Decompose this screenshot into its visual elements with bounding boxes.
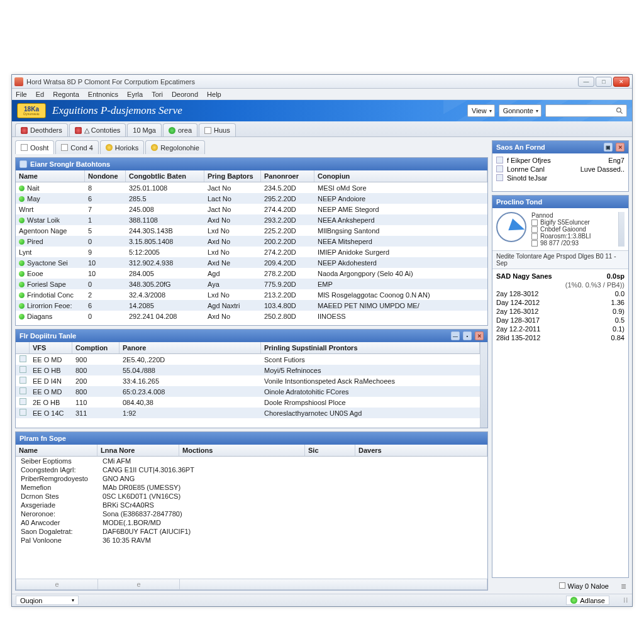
stats-row: 28id 135-20120.84 xyxy=(492,333,628,342)
col-header[interactable]: VFS xyxy=(30,342,72,353)
page-icon xyxy=(61,144,68,151)
panel-title: Saos An Fornd xyxy=(496,143,545,151)
col-header[interactable]: Prinling Supstiniall Prontors xyxy=(261,342,480,353)
table-row[interactable]: Nait8325.01.1008Jact No234.5.20DMESI oMd… xyxy=(16,182,487,193)
sub-tab[interactable]: Regolonohie xyxy=(145,140,205,154)
info-body[interactable]: Seiber EoptiomsCMi AFMCoongstedn lAgrl:C… xyxy=(16,457,487,579)
sub-tab[interactable]: Oosht xyxy=(15,140,54,154)
info-row: PriberRemgrodoyestoGNO ANG xyxy=(16,474,487,483)
checkbox[interactable] xyxy=(531,233,538,240)
gonnonte-dropdown[interactable]: Gonnonte▾ xyxy=(499,104,541,117)
col-header[interactable]: Name xyxy=(16,445,97,456)
main-tab[interactable]: Huus xyxy=(199,123,236,136)
menu-item[interactable]: Deorond xyxy=(172,91,198,98)
sub-tab[interactable]: Horioks xyxy=(100,140,144,154)
menu-item[interactable]: Eyrla xyxy=(127,91,143,98)
col-header[interactable]: Moctions xyxy=(179,445,305,456)
checkbox[interactable] xyxy=(531,219,538,226)
scrollbar[interactable] xyxy=(618,212,625,247)
table-row[interactable]: EE O 14C3111:92Choreslacthyarnotec UN0S … xyxy=(16,408,480,418)
info-row: Seiber EoptiomsCMi AFM xyxy=(16,457,487,465)
main-tab[interactable]: △ Contoties xyxy=(69,123,126,136)
table-row[interactable]: EE O MD80065:0.23.4.008Oinole Adratotohi… xyxy=(16,386,480,397)
col-header[interactable]: Nondone xyxy=(85,170,126,182)
status-right: Adlanse xyxy=(566,596,609,605)
maximize-button[interactable]: □ xyxy=(596,77,612,87)
minimize-button[interactable]: — xyxy=(578,77,594,87)
table-row[interactable]: May6285.5Lact No295.2.20DNEEP Andoiore xyxy=(16,193,487,204)
table-row[interactable]: Syactone Sei10312.902.4.938Axd Ne209.4.2… xyxy=(16,257,487,268)
page-icon xyxy=(21,144,28,151)
status-icon xyxy=(570,597,577,604)
stats-row: 2ay 128-30120.0 xyxy=(492,289,628,298)
menu-item[interactable]: File xyxy=(16,91,27,98)
col-header[interactable]: Comption xyxy=(72,342,119,353)
chevron-down-icon: ▾ xyxy=(536,108,538,114)
main-tab[interactable]: 10 Mga xyxy=(127,123,162,136)
table-row[interactable]: EE O HB80055.04./888Moyi/5 Refninoces xyxy=(16,365,480,375)
col-header[interactable]: Lnna Nore xyxy=(97,445,179,456)
col-header[interactable]: Conopiun xyxy=(314,170,487,182)
menu-item[interactable]: Entnonics xyxy=(88,91,118,98)
table-row[interactable]: Diagans0292.241 04.208Axd No250.2.80DIIN… xyxy=(16,311,487,321)
table-row[interactable]: Eooe10284.005Agd278.2.20DNaoda Argongpor… xyxy=(16,268,487,279)
col-header[interactable]: Congobtlic Baten xyxy=(126,170,204,182)
col-header[interactable]: Name xyxy=(16,170,85,182)
panel-minimize-button[interactable]: — xyxy=(451,331,460,340)
red-icon xyxy=(21,127,28,134)
row-icon xyxy=(19,387,26,394)
grid-body[interactable]: Nait8325.01.1008Jact No234.5.20DMESI oMd… xyxy=(16,182,487,325)
table-row[interactable]: Frindotial Conc232.4.3/2008Lxd No213.2.2… xyxy=(16,289,487,300)
table-row[interactable]: Foriesl Sape0348.305.20fGAya775.9.20DEMP xyxy=(16,279,487,289)
main-tab[interactable]: orea xyxy=(163,123,197,136)
panel-close-button[interactable]: ✕ xyxy=(475,331,484,340)
close-button[interactable]: ✕ xyxy=(613,77,630,87)
search-input[interactable] xyxy=(545,104,627,117)
menu-item[interactable]: Ed xyxy=(36,91,44,98)
status-left: Ouqion▾ xyxy=(16,596,79,605)
yellow-icon xyxy=(151,144,158,151)
menu-item[interactable]: Regonta xyxy=(53,91,79,98)
menu-item[interactable]: Help xyxy=(207,91,221,98)
table-row[interactable]: Wstar Loik1388.1108Axd No293.2.20DNEEA A… xyxy=(16,214,487,225)
titlebar: Hord Wratsa 8D P Clomont For Corrputiom … xyxy=(12,75,632,89)
app-icon xyxy=(14,77,23,86)
menu-item[interactable]: Tori xyxy=(152,91,163,98)
checkbox[interactable] xyxy=(531,240,538,247)
col-header[interactable]: Davers xyxy=(355,445,487,456)
sub-tab[interactable]: Cond 4 xyxy=(55,140,98,154)
row-icon xyxy=(19,409,26,416)
panel-close-button[interactable]: ✕ xyxy=(616,143,625,152)
col-header[interactable]: Pring Baptors xyxy=(204,170,261,182)
yellow-icon xyxy=(106,144,113,151)
table-row[interactable]: Wnrt7245.008Jact No274.4.20DNEEP AME Ste… xyxy=(16,204,487,214)
scrollbar[interactable] xyxy=(480,342,487,428)
panel-settings-button[interactable]: • xyxy=(463,331,472,340)
info-row: Neroronoe:Sona (E386837-2847780) xyxy=(16,509,487,518)
grid-body[interactable]: EE O MD9002E5.40,.220DScont FutiorsEE O … xyxy=(16,354,480,428)
table-row[interactable]: Agentoon Nage5244.30S.143BLxd No225.2.20… xyxy=(16,225,487,236)
stats-row: 2ay 12.2-20110.1) xyxy=(492,325,628,333)
checkbox[interactable] xyxy=(559,582,565,589)
list-item[interactable]: f Eikper OfjresEng7 xyxy=(496,156,625,165)
window-title: Hord Wratsa 8D P Clomont For Corrputiom … xyxy=(26,78,578,86)
table-row[interactable]: 2E O HB110084.40,38Doole Rrompshioosl Pl… xyxy=(16,397,480,408)
table-row[interactable]: EE D I4N20033:4.16.265Vonile Intsontions… xyxy=(16,375,480,386)
status-dot-icon xyxy=(19,239,25,245)
table-row[interactable]: Lirorrion Feoe:614.2085Agd Naxtri103.4.8… xyxy=(16,300,487,311)
table-row[interactable]: EE O MD9002E5.40,.220DScont Futiors xyxy=(16,354,480,365)
col-header[interactable]: Sic xyxy=(305,445,355,456)
checkbox[interactable] xyxy=(531,226,538,233)
table-row[interactable]: Lynt95:12:2005Lxd No274.2.20DIMIEP Anido… xyxy=(16,247,487,257)
main-tab[interactable]: Deothders xyxy=(15,123,68,136)
col-header[interactable]: Panonroer xyxy=(261,170,314,182)
view-dropdown[interactable]: View▾ xyxy=(467,104,495,117)
panel-opt-button[interactable]: ▣ xyxy=(604,143,613,152)
list-item[interactable]: Lonrne CanlLuve Dassed.. xyxy=(496,165,625,174)
col-header[interactable]: Panore xyxy=(119,342,261,353)
panel-title: Flr Dopiitru Tanle xyxy=(19,332,76,340)
col-header[interactable] xyxy=(16,342,30,353)
list-item[interactable]: Sinotd teJsar xyxy=(496,174,625,182)
logo-text-bottom: Dynumauio xyxy=(23,113,39,116)
table-row[interactable]: Pired03.15.805.1408Axd No200.2.20DNEEA M… xyxy=(16,236,487,247)
